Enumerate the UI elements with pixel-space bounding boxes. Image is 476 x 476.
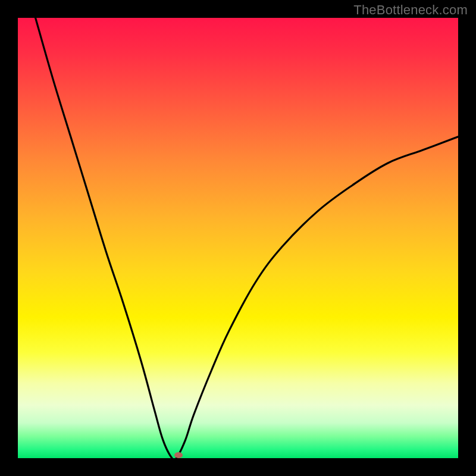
watermark-text: TheBottleneck.com [353, 2, 468, 18]
curve-svg [18, 18, 458, 458]
chart-outer: TheBottleneck.com [0, 0, 476, 476]
plot-area [18, 18, 458, 458]
minimum-marker [174, 452, 183, 458]
curve-path [36, 18, 458, 458]
